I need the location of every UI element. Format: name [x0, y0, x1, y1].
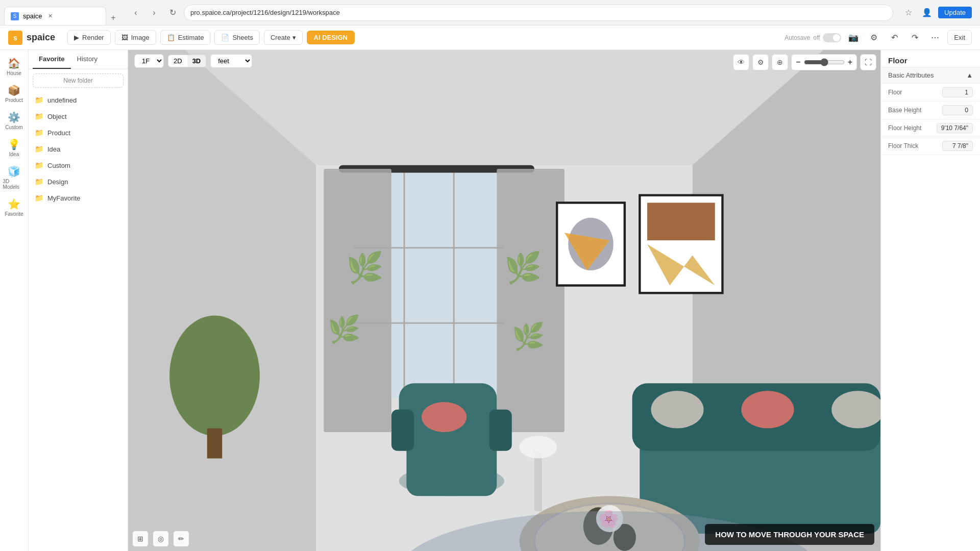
estimate-button[interactable]: 📋 Estimate: [160, 30, 211, 45]
rp-floor-thick-value[interactable]: 7 7/8": [942, 141, 973, 151]
rp-floor-value[interactable]: 1: [942, 87, 973, 97]
autosave-toggle[interactable]: [823, 33, 841, 42]
settings-icon-button[interactable]: ⚙: [866, 30, 882, 46]
sidebar-item-3d-models[interactable]: 🧊 3D Models: [1, 162, 28, 193]
svg-point-17: [169, 315, 260, 436]
svg-text:🌿: 🌿: [512, 321, 545, 352]
item-label: Object: [47, 113, 67, 120]
estimate-icon: 📋: [167, 34, 175, 41]
folder-icon: 📁: [35, 178, 43, 186]
unit-selector[interactable]: feet meters: [210, 54, 252, 68]
active-tab[interactable]: S spaice ✕: [4, 7, 106, 25]
address-bar: ‹ › ↻ pro.spaice.ca/project/1216/design/…: [120, 0, 901, 26]
main-content: 🏠 House 📦 Product ⚙️ Custom 💡 Idea 🧊 3D …: [0, 50, 980, 551]
render-button[interactable]: ▶ Render: [67, 30, 111, 45]
new-tab-button[interactable]: +: [106, 11, 120, 25]
svg-point-33: [651, 391, 703, 429]
edit-button[interactable]: ✏: [173, 531, 189, 547]
logo-icon: s: [8, 31, 22, 45]
svg-text:🌿: 🌿: [346, 250, 384, 286]
top-nav: s spaice ▶ Render 🖼 Image 📋 Estimate 📄 S…: [0, 26, 980, 50]
image-label: Image: [131, 34, 150, 41]
sidebar-item-idea[interactable]: 💡 Idea: [1, 135, 28, 160]
tab-close-button[interactable]: ✕: [46, 12, 55, 20]
panel-tabs: Favorite History: [29, 50, 128, 69]
fullscreen-button[interactable]: ⛶: [860, 54, 876, 70]
rp-floor-height-value[interactable]: 9'10 7/64": [937, 123, 973, 133]
rp-floor-height-label: Floor Height: [888, 124, 921, 132]
item-label: Product: [47, 129, 70, 137]
product-label: Product: [5, 97, 22, 103]
list-item-idea[interactable]: 📁 Idea: [29, 141, 128, 157]
sheets-icon: 📄: [221, 34, 229, 41]
sheets-button[interactable]: 📄 Sheets: [214, 30, 259, 45]
svg-point-43: [519, 436, 557, 458]
svg-rect-18: [207, 429, 222, 459]
zoom-slider[interactable]: [804, 58, 845, 66]
list-item-myfavorite[interactable]: 📁 MyFavorite: [29, 190, 128, 206]
forward-button[interactable]: ›: [147, 6, 161, 20]
back-button[interactable]: ‹: [129, 6, 143, 20]
rp-collapse-icon[interactable]: ▲: [966, 71, 973, 79]
tab-history[interactable]: History: [71, 50, 104, 69]
list-item-object[interactable]: 📁 Object: [29, 108, 128, 124]
view-3d-button[interactable]: 3D: [187, 55, 206, 67]
zoom-control: − +: [791, 54, 857, 70]
list-item-design[interactable]: 📁 Design: [29, 173, 128, 190]
profile-icon[interactable]: 👤: [920, 6, 934, 20]
item-label: Idea: [47, 145, 60, 153]
3d-models-label: 3D Models: [3, 179, 26, 190]
bookmark-icon[interactable]: ☆: [901, 6, 916, 20]
reload-button[interactable]: ↻: [165, 6, 180, 20]
3d-scene: 🌿 🌿 🌿 🌿: [128, 50, 880, 551]
zoom-in-icon[interactable]: +: [848, 58, 852, 67]
icon-sidebar: 🏠 House 📦 Product ⚙️ Custom 💡 Idea 🧊 3D …: [0, 50, 29, 551]
app: s spaice ▶ Render 🖼 Image 📋 Estimate 📄 S…: [0, 26, 980, 551]
more-options-button[interactable]: ⋯: [927, 30, 943, 46]
grid-button[interactable]: ⊞: [132, 531, 149, 547]
right-panel: Floor Basic Attributes ▲ Floor 1 Base He…: [880, 50, 980, 551]
hint-banner: HOW TO MOVE THROUGH YOUR SPACE: [705, 524, 874, 545]
sidebar-item-custom[interactable]: ⚙️ Custom: [1, 108, 28, 133]
viewport[interactable]: 1F 2D 3D feet meters 👁 ⚙ ⊕ −: [128, 50, 880, 551]
estimate-label: Estimate: [178, 34, 204, 41]
rp-base-height-label: Base Height: [888, 107, 921, 114]
redo-button[interactable]: ↷: [906, 30, 923, 46]
render-icon: ▶: [74, 34, 79, 41]
sidebar-item-house[interactable]: 🏠 House: [1, 54, 28, 79]
list-item-custom[interactable]: 📁 Custom: [29, 157, 128, 173]
floor-selector[interactable]: 1F: [134, 54, 164, 68]
measure-button[interactable]: ◎: [153, 531, 169, 547]
svg-rect-14: [497, 169, 565, 432]
autosave-state: off: [813, 34, 820, 41]
render-label: Render: [82, 34, 104, 41]
custom-label: Custom: [5, 124, 22, 130]
zoom-out-icon[interactable]: −: [796, 58, 800, 67]
new-folder-button[interactable]: New folder: [33, 73, 124, 88]
sidebar-item-product[interactable]: 📦 Product: [1, 81, 28, 106]
url-input[interactable]: pro.spaice.ca/project/1216/design/1219/w…: [184, 5, 893, 21]
tab-favorite[interactable]: Favorite: [33, 50, 71, 69]
viewport-right-toolbar: 👁 ⚙ ⊕ − + ⛶: [733, 54, 876, 70]
house-icon: 🏠: [8, 57, 20, 69]
item-label: MyFavorite: [47, 194, 80, 202]
target-button[interactable]: ⊕: [772, 54, 788, 70]
view-2d-button[interactable]: 2D: [168, 55, 187, 67]
sidebar-item-favorite[interactable]: ⭐ Favorite: [1, 195, 28, 220]
settings-view-button[interactable]: ⚙: [752, 54, 769, 70]
rp-base-height-value[interactable]: 0: [942, 105, 973, 115]
undo-button[interactable]: ↶: [886, 30, 902, 46]
tab-favicon: S: [11, 12, 19, 20]
update-button[interactable]: Update: [938, 7, 972, 18]
panel-list: 📁 undefined 📁 Object 📁 Product 📁 Idea 📁: [29, 92, 128, 551]
svg-point-30: [422, 402, 467, 432]
exit-button[interactable]: Exit: [947, 30, 972, 45]
image-button[interactable]: 🖼 Image: [115, 30, 156, 45]
list-item-undefined[interactable]: 📁 undefined: [29, 92, 128, 108]
perspective-button[interactable]: 👁: [733, 54, 749, 70]
create-label: Create ▾: [271, 34, 296, 41]
create-button[interactable]: Create ▾: [264, 30, 303, 45]
list-item-product[interactable]: 📁 Product: [29, 124, 128, 141]
camera-icon-button[interactable]: 📷: [845, 30, 862, 46]
ai-design-button[interactable]: AI DESIGN: [307, 31, 355, 44]
